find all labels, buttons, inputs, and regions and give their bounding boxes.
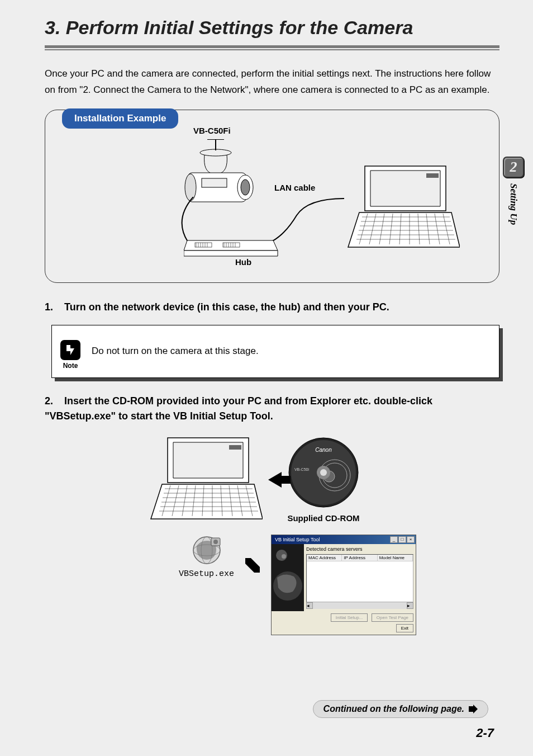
step-1-number: 1. [45,300,61,315]
chapter-label: Setting Up [508,183,519,225]
column-ip-address[interactable]: IP Address [342,555,377,561]
vbsetup-label: VBSetup.exe [179,569,234,579]
svg-marker-84 [469,705,478,714]
step-2: 2. Insert the CD-ROM provided into your … [45,394,499,424]
svg-point-6 [241,179,250,195]
page-number: 2-7 [476,726,494,740]
lan-cable-label: LAN cable [274,183,315,192]
divider-thick [45,45,499,48]
svg-marker-29 [184,251,278,256]
step-1-text: Turn on the network device (in this case… [64,301,389,313]
step-2-text: Insert the CD-ROM provided into your PC … [45,395,432,422]
setup-tool-dialog: VB Initial Setup Tool _ □ × [271,535,416,635]
minimize-icon[interactable]: _ [390,536,398,543]
svg-rect-46 [229,445,241,450]
diagram-badge: Installation Example [62,108,178,129]
page: 3. Perform Initial Settings for the Came… [0,0,533,756]
side-tab: 2 Setting Up [502,157,525,225]
arrow-right-icon [469,705,478,714]
svg-marker-47 [151,484,263,519]
column-model-name[interactable]: Model Name [378,555,413,561]
arrow-diag-icon [244,557,261,574]
note-label: Note [60,362,80,370]
continued-badge: Continued on the following page. [313,700,488,718]
svg-point-70 [320,469,327,476]
svg-text:Canon: Canon [315,447,332,453]
step-2-figures: Canon VB-C50i Supplied CD-ROM VBSetup.ex… [145,435,499,635]
globe-icon [191,535,222,566]
hub-icon [184,236,279,257]
close-icon[interactable]: × [407,536,415,543]
svg-rect-10 [426,173,439,178]
svg-text:VB-C50i: VB-C50i [294,467,310,471]
dialog-scrollbar[interactable]: ◂▸ [306,602,413,609]
dialog-sidebar-image [272,544,304,611]
cdrom-icon: Canon VB-C50i [287,436,360,509]
dialog-titlebar: VB Initial Setup Tool _ □ × [272,535,416,544]
arrow-left-icon [268,472,282,488]
note-icon [60,340,80,360]
maximize-icon[interactable]: □ [398,536,406,543]
note-text: Do not turn on the camera at this stage. [92,346,259,357]
svg-point-77 [213,540,218,544]
step-2-number: 2. [45,394,61,409]
open-test-page-button[interactable]: Open Test Page [372,613,413,622]
column-mac-address[interactable]: MAC Address [307,555,342,561]
intro-paragraph: Once your PC and the camera are connecte… [45,66,499,98]
laptop-icon [342,163,460,253]
note-box: Note Do not turn on the camera at this s… [51,325,499,378]
dialog-title-text: VB Initial Setup Tool [275,537,320,542]
cdrom-figure: Canon VB-C50i Supplied CD-ROM [287,436,360,523]
installation-diagram: Installation Example VB-C50Fi LAN cable … [45,110,499,283]
divider-thin [45,49,499,50]
camera-label: VB-C50Fi [193,126,231,135]
svg-marker-11 [348,212,460,247]
hub-label: Hub [235,257,251,267]
svg-point-83 [282,554,286,559]
laptop-icon-2 [145,435,263,525]
svg-rect-7 [202,178,227,187]
vbsetup-file: VBSetup.exe [179,535,234,579]
dialog-caption: Detected camera servers [306,546,413,552]
chapter-badge: 2 [503,157,524,178]
exit-button[interactable]: Exit [396,624,413,632]
initial-setup-button[interactable]: Initial Setup... [331,613,368,622]
step-1: 1. Turn on the network device (in this c… [45,300,499,315]
continued-text: Continued on the following page. [323,704,464,714]
dialog-list[interactable]: MAC Address IP Address Model Name [306,554,413,602]
cdrom-label: Supplied CD-ROM [287,513,360,523]
section-title: 3. Perform Initial Settings for the Came… [45,17,499,39]
